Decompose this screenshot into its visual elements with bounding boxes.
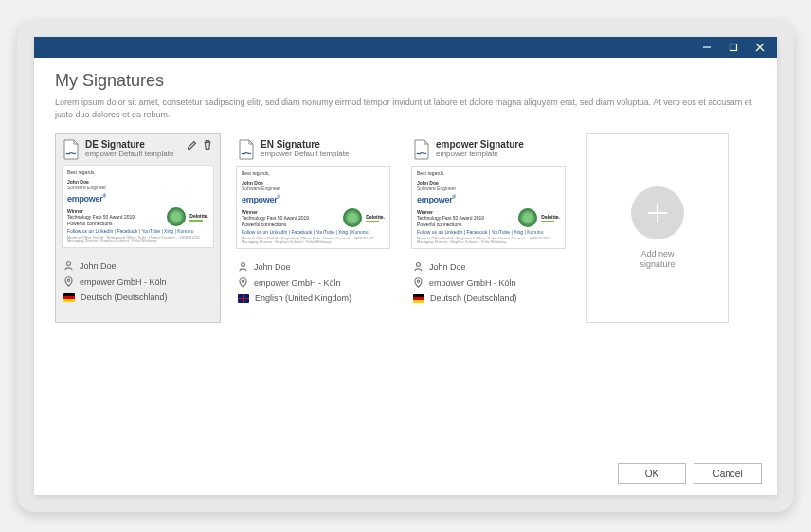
card-meta: John Doe empower GmbH - Köln Deutsch (De… bbox=[406, 255, 571, 313]
svg-point-8 bbox=[417, 263, 421, 267]
person-icon bbox=[63, 260, 74, 271]
edit-icon[interactable] bbox=[187, 139, 198, 151]
signature-card[interactable]: EN Signature empower Default template Be… bbox=[230, 133, 396, 323]
close-button[interactable] bbox=[747, 37, 773, 58]
signature-preview: Best regards, John Doe Software Engineer… bbox=[236, 166, 390, 249]
card-meta: John Doe empower GmbH - Köln Deutsch (De… bbox=[56, 254, 220, 312]
green-bar-icon bbox=[189, 220, 203, 222]
page-description: Lorem ipsum dolor sit amet, consetetur s… bbox=[55, 97, 756, 120]
dialog-window: My Signatures Lorem ipsum dolor sit amet… bbox=[34, 37, 777, 495]
document-icon bbox=[413, 139, 430, 160]
dialog-footer: OK Cancel bbox=[34, 455, 777, 495]
preview-legal: Made in Office GmbH · Registered Office:… bbox=[417, 237, 560, 245]
svg-point-7 bbox=[242, 280, 243, 282]
meta-company-text: empower GmbH - Köln bbox=[80, 277, 167, 287]
preview-brand: empower® bbox=[417, 194, 560, 206]
maximize-icon bbox=[729, 43, 738, 52]
signature-template: empower template bbox=[436, 150, 564, 158]
preview-award-sub: Powerful connections bbox=[67, 221, 163, 227]
preview-greeting: Best regards, bbox=[417, 170, 560, 177]
preview-brand: empower® bbox=[242, 194, 385, 206]
meta-company: empower GmbH - Köln bbox=[413, 275, 564, 291]
meta-language: English (United Kingdom) bbox=[238, 291, 388, 306]
award-badge-icon bbox=[518, 208, 537, 227]
preview-greeting: Best regards, bbox=[67, 169, 208, 176]
preview-deloitte: Deloitte. bbox=[189, 213, 208, 220]
signature-card[interactable]: empower Signature empower template Best … bbox=[406, 133, 571, 323]
signature-template: empower Default template bbox=[261, 150, 388, 158]
meta-company-text: empower GmbH - Köln bbox=[429, 278, 516, 288]
content-area: My Signatures Lorem ipsum dolor sit amet… bbox=[34, 58, 777, 455]
close-icon bbox=[755, 43, 765, 52]
green-bar-icon bbox=[541, 221, 554, 222]
device-frame: My Signatures Lorem ipsum dolor sit amet… bbox=[17, 20, 794, 512]
preview-sender-role: Software Engineer bbox=[242, 186, 385, 192]
plus-icon bbox=[643, 199, 672, 227]
minimize-button[interactable] bbox=[694, 37, 720, 58]
preview-legal: Made in Office GmbH · Registered Office:… bbox=[242, 237, 385, 245]
signature-preview: Best regards, John Doe Software Engineer… bbox=[411, 166, 566, 249]
meta-user: John Doe bbox=[238, 258, 388, 275]
delete-icon[interactable] bbox=[202, 139, 213, 151]
preview-award-sub: Powerful connections bbox=[417, 222, 514, 228]
preview-sender-role: Software Engineer bbox=[67, 185, 208, 191]
meta-user: John Doe bbox=[413, 258, 564, 275]
preview-social: Follow us on LinkedIn | Facebook | YouTu… bbox=[67, 228, 208, 235]
preview-legal: Made in Office GmbH · Registered Office:… bbox=[67, 236, 208, 244]
person-icon bbox=[413, 261, 424, 272]
flag-uk-icon bbox=[238, 294, 249, 303]
meta-user-text: John Doe bbox=[429, 262, 466, 272]
minimize-icon bbox=[702, 43, 712, 52]
location-icon bbox=[413, 277, 424, 288]
add-circle bbox=[631, 186, 684, 239]
meta-user: John Doe bbox=[63, 257, 212, 274]
page-title: My Signatures bbox=[55, 71, 756, 91]
maximize-button[interactable] bbox=[720, 37, 747, 58]
titlebar bbox=[34, 37, 777, 58]
meta-language-text: Deutsch (Deutschland) bbox=[430, 293, 517, 303]
preview-social: Follow us on LinkedIn | Facebook | YouTu… bbox=[417, 229, 560, 236]
signature-name: EN Signature bbox=[261, 139, 388, 150]
preview-deloitte: Deloitte. bbox=[366, 214, 385, 221]
add-label: Add new signature bbox=[629, 249, 686, 271]
signature-card[interactable]: DE Signature empower Default template Be… bbox=[55, 133, 221, 323]
signature-cards-row: DE Signature empower Default template Be… bbox=[55, 133, 756, 323]
location-icon bbox=[238, 277, 248, 288]
award-badge-icon bbox=[343, 208, 362, 227]
svg-point-5 bbox=[67, 279, 69, 281]
preview-award-sub: Powerful connections bbox=[242, 222, 339, 228]
document-icon bbox=[238, 139, 255, 160]
svg-point-4 bbox=[67, 262, 71, 266]
signature-name: DE Signature bbox=[85, 139, 181, 150]
location-icon bbox=[63, 276, 74, 287]
preview-brand: empower® bbox=[67, 193, 208, 205]
meta-user-text: John Doe bbox=[80, 261, 117, 271]
document-icon bbox=[63, 139, 80, 160]
meta-language-text: Deutsch (Deutschland) bbox=[81, 293, 168, 302]
ok-button[interactable]: OK bbox=[618, 463, 686, 484]
meta-company-text: empower GmbH - Köln bbox=[254, 278, 341, 288]
meta-language-text: English (United Kingdom) bbox=[255, 293, 351, 303]
signature-template: empower Default template bbox=[85, 150, 181, 158]
card-header: empower Signature empower template bbox=[406, 133, 571, 164]
svg-point-6 bbox=[242, 263, 245, 267]
flag-de-icon bbox=[63, 293, 75, 302]
preview-sender-role: Software Engineer bbox=[417, 186, 560, 192]
card-meta: John Doe empower GmbH - Köln English (Un… bbox=[230, 255, 396, 313]
meta-company: empower GmbH - Köln bbox=[238, 275, 388, 291]
preview-greeting: Best regards, bbox=[242, 170, 385, 177]
add-signature-card[interactable]: Add new signature bbox=[586, 133, 729, 323]
green-bar-icon bbox=[366, 221, 379, 222]
meta-language: Deutsch (Deutschland) bbox=[63, 290, 212, 305]
signature-name: empower Signature bbox=[436, 139, 564, 150]
flag-de-icon bbox=[413, 294, 424, 303]
preview-social: Follow us on LinkedIn | Facebook | YouTu… bbox=[242, 229, 385, 236]
svg-rect-1 bbox=[730, 44, 737, 51]
person-icon bbox=[238, 261, 248, 272]
card-header: EN Signature empower Default template bbox=[230, 133, 396, 164]
card-header: DE Signature empower Default template bbox=[56, 134, 220, 163]
signature-preview: Best regards, John Doe Software Engineer… bbox=[62, 165, 214, 248]
meta-user-text: John Doe bbox=[254, 262, 291, 272]
preview-deloitte: Deloitte. bbox=[541, 214, 560, 221]
cancel-button[interactable]: Cancel bbox=[694, 463, 762, 484]
